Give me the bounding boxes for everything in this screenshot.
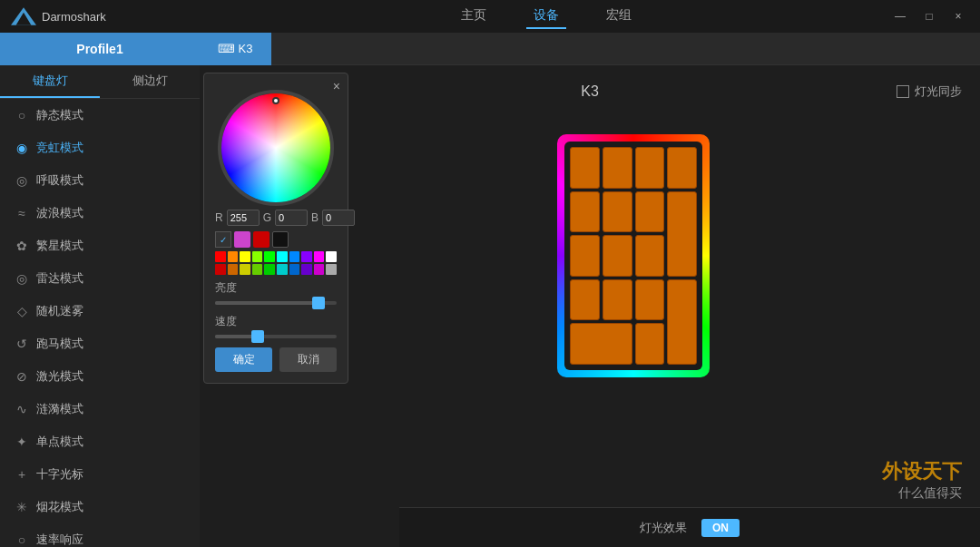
single-icon: ✦ xyxy=(15,435,29,449)
mode-label-radar: 雷达模式 xyxy=(36,270,83,287)
nav-tab-macro[interactable]: 宏组 xyxy=(599,4,639,29)
rainbow-icon: ◉ xyxy=(15,141,29,155)
close-button[interactable]: × xyxy=(951,10,965,23)
color-cell-18[interactable] xyxy=(314,264,325,275)
speed-track[interactable] xyxy=(215,335,337,338)
static-icon: ○ xyxy=(15,108,29,122)
cancel-button[interactable]: 取消 xyxy=(279,347,337,372)
color-cell-10[interactable] xyxy=(215,264,226,275)
mode-ripple[interactable]: ∿ 涟漪模式 xyxy=(0,393,200,425)
device-tab-k3[interactable]: ⌨ K3 xyxy=(200,33,271,65)
window-controls: — □ × xyxy=(893,10,980,23)
light-sync-checkbox[interactable] xyxy=(897,85,909,98)
mode-label-rainbow: 竞虹模式 xyxy=(36,140,83,156)
key-4[interactable] xyxy=(570,235,600,277)
color-cell-16[interactable] xyxy=(289,264,300,275)
key-enter[interactable] xyxy=(667,279,697,365)
mode-breath[interactable]: ◎ 呼吸模式 xyxy=(0,164,200,197)
mode-wave[interactable]: ≈ 波浪模式 xyxy=(0,197,200,230)
keyboard-outer xyxy=(561,138,706,374)
g-input[interactable] xyxy=(275,210,308,226)
tab-side-light[interactable]: 侧边灯 xyxy=(100,65,200,98)
tab-keyboard-light[interactable]: 键盘灯 xyxy=(0,65,100,98)
laser-icon: ⊘ xyxy=(15,369,29,384)
watermark: 外设天下 什么值得买 xyxy=(882,458,962,502)
app-name: Darmoshark xyxy=(42,10,106,24)
breath-icon: ◎ xyxy=(15,173,29,188)
mode-static[interactable]: ○ 静态模式 xyxy=(0,99,200,132)
ripple-icon: ∿ xyxy=(15,402,29,416)
color-cell-11[interactable] xyxy=(228,264,239,275)
mode-single[interactable]: ✦ 单点模式 xyxy=(0,425,200,458)
close-popup-button[interactable]: × xyxy=(333,79,340,93)
profile-header: Profile1 xyxy=(0,33,200,65)
key-3[interactable] xyxy=(635,279,665,321)
key-0[interactable] xyxy=(570,323,632,365)
color-wheel[interactable] xyxy=(221,93,330,202)
key-5[interactable] xyxy=(603,235,632,277)
key-6[interactable] xyxy=(635,235,665,277)
light-effect-toggle[interactable]: ON xyxy=(701,519,740,537)
key-multiply[interactable] xyxy=(635,147,665,189)
mode-crosshair[interactable]: + 十字光标 xyxy=(0,458,200,491)
maximize-button[interactable]: □ xyxy=(922,10,936,23)
minimize-button[interactable]: — xyxy=(893,10,907,23)
key-9[interactable] xyxy=(635,191,665,233)
nav-tab-device[interactable]: 设备 xyxy=(526,4,566,29)
nav-tab-home[interactable]: 主页 xyxy=(454,4,494,29)
key-8[interactable] xyxy=(603,191,632,233)
key-dot[interactable] xyxy=(635,323,665,365)
mode-star[interactable]: ✿ 繁星模式 xyxy=(0,230,200,262)
brightness-track[interactable] xyxy=(215,301,337,305)
light-sync-row: 灯光同步 xyxy=(897,83,962,100)
r-input[interactable] xyxy=(227,210,260,226)
popup-actions: 确定 取消 xyxy=(215,347,337,372)
color-cell-15[interactable] xyxy=(277,264,288,275)
color-cell-6[interactable] xyxy=(289,251,300,262)
color-cell-13[interactable] xyxy=(252,264,263,275)
color-cell-4[interactable] xyxy=(264,251,275,262)
confirm-button[interactable]: 确定 xyxy=(215,347,272,372)
key-2[interactable] xyxy=(603,279,632,321)
mode-speed[interactable]: ○ 速率响应 xyxy=(0,523,200,547)
speed-section: 速度 xyxy=(215,314,337,338)
swatch-red[interactable] xyxy=(253,231,270,248)
radar-icon: ◎ xyxy=(15,271,29,286)
color-cell-2[interactable] xyxy=(240,251,250,262)
mode-label-speed: 速率响应 xyxy=(36,532,83,547)
mode-firework[interactable]: ✳ 烟花模式 xyxy=(0,491,200,523)
color-cell-17[interactable] xyxy=(301,264,312,275)
color-cell-1[interactable] xyxy=(228,251,239,262)
color-cell-0[interactable] xyxy=(215,251,226,262)
swatch-purple[interactable] xyxy=(234,231,250,248)
color-cell-19[interactable] xyxy=(326,264,337,275)
key-minus[interactable] xyxy=(667,147,697,189)
speed-thumb[interactable] xyxy=(251,330,264,343)
color-cell-5[interactable] xyxy=(277,251,288,262)
color-cell-8[interactable] xyxy=(314,251,325,262)
mode-radar[interactable]: ◎ 雷达模式 xyxy=(0,262,200,295)
color-cell-14[interactable] xyxy=(264,264,275,275)
key-7[interactable] xyxy=(570,191,600,233)
brightness-thumb[interactable] xyxy=(312,297,325,309)
key-plus[interactable] xyxy=(667,191,697,277)
swatch-black[interactable] xyxy=(272,231,289,248)
swatch-check[interactable]: ✓ xyxy=(215,231,231,248)
swatch-row1: ✓ xyxy=(215,231,337,248)
crosshair-icon: + xyxy=(15,467,29,482)
color-cell-7[interactable] xyxy=(301,251,312,262)
key-divide[interactable] xyxy=(603,147,632,189)
mode-rainbow[interactable]: ◉ 竞虹模式 xyxy=(0,132,200,164)
color-cell-9[interactable] xyxy=(326,251,337,262)
color-cell-3[interactable] xyxy=(252,251,263,262)
key-numlock[interactable] xyxy=(570,147,600,189)
key-1[interactable] xyxy=(570,279,600,321)
mode-horse[interactable]: ↺ 跑马模式 xyxy=(0,327,200,360)
mode-laser[interactable]: ⊘ 激光模式 xyxy=(0,360,200,393)
b-input[interactable] xyxy=(322,210,355,226)
bottom-bar: 灯光效果 ON xyxy=(399,507,980,547)
color-cell-12[interactable] xyxy=(240,264,250,275)
color-wheel-container[interactable] xyxy=(221,93,330,202)
mode-random[interactable]: ◇ 随机迷雾 xyxy=(0,295,200,327)
sidebar: Profile1 键盘灯 侧边灯 ○ 静态模式 ◉ 竞虹模式 ◎ 呼吸模式 ≈ … xyxy=(0,33,200,547)
